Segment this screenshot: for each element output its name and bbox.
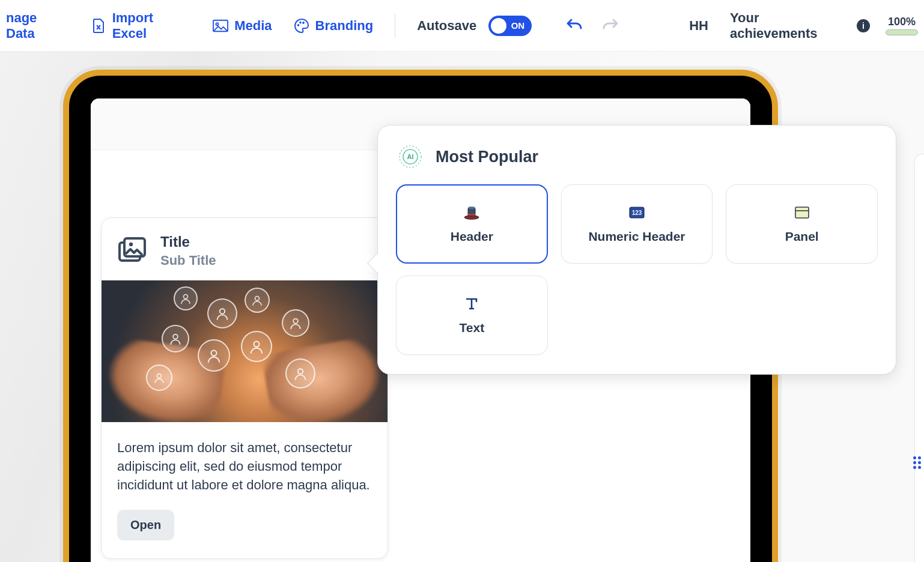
avatar-bubble-icon xyxy=(245,288,270,313)
card-footer: Open xyxy=(102,500,388,558)
card-header: Title Sub Title xyxy=(102,218,388,280)
autosave-group: Autosave ON xyxy=(417,16,532,36)
design-canvas: Title Sub Title Lorem ipsum dolor sit am… xyxy=(0,52,924,562)
component-option-panel[interactable]: Panel xyxy=(726,184,878,264)
svg-rect-22 xyxy=(468,214,475,216)
svg-point-13 xyxy=(211,351,216,356)
svg-point-12 xyxy=(173,334,178,339)
popover-title: Most Popular xyxy=(436,148,538,166)
svg-point-9 xyxy=(220,309,225,313)
gallery-icon xyxy=(117,236,147,266)
avatar-bubble-icon xyxy=(207,298,237,328)
media-button[interactable]: Media xyxy=(213,18,272,34)
avatar-bubble-icon xyxy=(174,286,198,310)
svg-point-15 xyxy=(157,374,162,378)
branding-button[interactable]: Branding xyxy=(294,18,374,34)
toolbar-separator xyxy=(395,14,395,38)
svg-point-2 xyxy=(297,24,299,26)
avatar-bubble-icon xyxy=(241,331,272,362)
svg-point-4 xyxy=(302,22,304,23)
info-icon[interactable]: i xyxy=(857,19,870,32)
svg-point-7 xyxy=(129,243,133,246)
manage-data-button[interactable]: nage Data xyxy=(6,10,69,41)
branding-label: Branding xyxy=(315,18,374,34)
component-option-label: Text xyxy=(460,321,485,335)
avatar-bubble-icon xyxy=(282,309,309,337)
svg-point-11 xyxy=(293,319,298,324)
panel-icon xyxy=(794,204,810,221)
drag-grip-icon[interactable] xyxy=(911,454,923,471)
component-option-label: Header xyxy=(451,229,493,244)
autosave-toggle-state: ON xyxy=(511,20,525,31)
card-image xyxy=(102,280,388,422)
card-body-text: Lorem ipsum dolor sit amet, consectetur … xyxy=(102,422,388,500)
popover-header: AI Most Popular xyxy=(396,142,878,171)
user-initials: HH xyxy=(689,18,708,34)
undo-button[interactable] xyxy=(565,16,583,35)
numeric-header-icon: 123 xyxy=(628,204,645,221)
achievements-label: Your achievements xyxy=(730,10,850,41)
card-subtitle: Sub Title xyxy=(160,253,216,268)
component-option-label: Numeric Header xyxy=(588,229,685,244)
svg-point-14 xyxy=(254,342,259,347)
open-button[interactable]: Open xyxy=(117,510,174,540)
component-option-label: Panel xyxy=(785,229,819,244)
svg-point-16 xyxy=(298,369,303,373)
autosave-toggle[interactable]: ON xyxy=(488,16,532,36)
card-title: Title xyxy=(160,234,216,250)
top-toolbar: nage Data Import Excel Media Branding Au… xyxy=(0,0,924,52)
text-icon xyxy=(463,295,480,312)
image-icon xyxy=(213,18,228,34)
file-excel-icon xyxy=(91,18,106,34)
content-card[interactable]: Title Sub Title Lorem ipsum dolor sit am… xyxy=(101,217,388,559)
svg-point-8 xyxy=(184,295,188,299)
achievements-meter: 100% xyxy=(886,16,918,35)
avatar-bubble-icon xyxy=(146,364,172,391)
top-hat-icon xyxy=(463,204,480,221)
avatar-bubble-icon xyxy=(285,358,315,388)
ai-badge-icon: AI xyxy=(396,142,425,171)
achievements-bar xyxy=(886,29,918,35)
svg-point-3 xyxy=(299,22,301,23)
achievements-group: Your achievements i 100% xyxy=(730,10,918,41)
component-option-text[interactable]: Text xyxy=(396,276,548,355)
components-popover: AI Most Popular Header xyxy=(377,125,896,375)
svg-text:123: 123 xyxy=(632,210,642,216)
redo-button[interactable] xyxy=(601,16,619,35)
media-label: Media xyxy=(234,18,272,34)
component-option-numeric-header[interactable]: 123 Numeric Header xyxy=(561,184,713,264)
svg-point-10 xyxy=(255,297,260,301)
avatar-bubble-icon xyxy=(198,339,230,372)
side-panel-sliver xyxy=(914,154,924,562)
achievements-percent: 100% xyxy=(888,16,916,28)
palette-icon xyxy=(294,18,309,34)
svg-text:AI: AI xyxy=(407,153,414,160)
avatar-bubble-icon xyxy=(162,325,189,352)
autosave-label: Autosave xyxy=(417,18,476,34)
import-excel-button[interactable]: Import Excel xyxy=(91,10,191,41)
manage-data-label: nage Data xyxy=(6,10,69,41)
svg-point-23 xyxy=(468,207,475,209)
import-excel-label: Import Excel xyxy=(112,10,192,41)
svg-rect-26 xyxy=(795,207,809,218)
card-image-hand-right xyxy=(261,332,388,422)
component-option-header[interactable]: Header xyxy=(396,184,548,264)
svg-point-1 xyxy=(216,23,219,25)
